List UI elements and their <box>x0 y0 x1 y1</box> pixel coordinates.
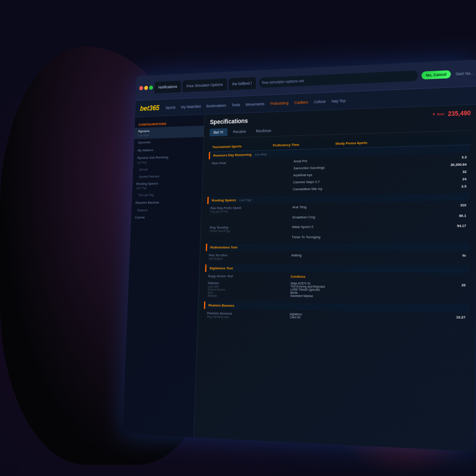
section-group-5: Eightmore Test Buyg-Amore Test Confions … <box>204 264 469 302</box>
monitor-screen: Notifications Free Simulator Options the… <box>123 60 476 451</box>
browser-tab-3[interactable]: the bidltest.l <box>228 77 256 90</box>
nav-coloce[interactable]: Coloce <box>311 97 328 106</box>
sidebar-item-routing[interactable]: Routing Spaces Lex-Tryp <box>132 179 202 192</box>
maximize-window-button[interactable] <box>149 86 153 90</box>
nav-podcasting[interactable]: Podcasting <box>268 99 291 107</box>
nav-cashers[interactable]: Cashers <box>292 98 311 106</box>
section-group-6: Reames Baomes Reames Alomess Rog Tenothl… <box>204 302 469 325</box>
tab-bet-yr[interactable]: Bet Yr <box>210 128 228 137</box>
close-window-button[interactable] <box>139 86 143 90</box>
nav-watchlist[interactable]: My Watchlist <box>178 102 203 111</box>
header-right: ▼ Beta 235,490 <box>432 109 470 118</box>
sidebar-item-reames-baomes[interactable]: Reames Baomes <box>132 198 202 207</box>
nav-movements[interactable]: Movements <box>243 100 267 109</box>
col-header-4 <box>433 138 467 144</box>
score-value: 235,490 <box>448 109 470 117</box>
sidebar-item-reames[interactable]: Reames <box>131 206 201 214</box>
sidebar-item-canine[interactable]: Canine <box>131 213 201 222</box>
table-row: Rus Ten-Boo Del Rollpor Aditing to <box>205 252 469 263</box>
sidebar-item-sub-romning[interactable]: Rymens Sub-Romning Lpf-Rng <box>133 153 203 166</box>
content-area: Specifications ▼ Beta 235,490 Bet Yr Rec… <box>194 105 476 451</box>
table-row: Manear Lpf1-000 Assive Brome And ABsitan… <box>204 280 469 302</box>
address-bar[interactable]: free-simulator-options.net <box>259 70 418 88</box>
minimize-window-button[interactable] <box>144 86 148 90</box>
nav-bookmakers[interactable]: Bookmakers <box>204 101 228 110</box>
page-title: Specifications <box>210 117 248 125</box>
browser-tab-1[interactable]: Notifications <box>154 80 181 93</box>
nav-tools[interactable]: Tools <box>229 101 243 109</box>
table-row: Rog Tenothly Wilow Sbort/Tyg Miital Spmm… <box>206 223 470 235</box>
col-header-2: Proficiency Time <box>273 141 336 148</box>
section-group-3: Rog Tenothly Wilow Sbort/Tyg Miital Spmm… <box>206 223 469 241</box>
section-group-1: Rumours Day Reasoning Lex-Abal Rain-Real… <box>208 145 470 194</box>
nav-top[interactable]: Nay Top <box>329 96 348 105</box>
section-group-2: Routing Spaces Lex-Tryp Ras Reg Profic D… <box>207 193 470 222</box>
main-content: Configurations Rymens Lex-Abal Synomes M… <box>123 105 476 451</box>
site-logo[interactable]: bet365 <box>140 104 159 112</box>
browser-tab-2[interactable]: Free Simulator Options <box>182 78 227 92</box>
nav-sports[interactable]: Sports <box>163 103 178 111</box>
beta-badge: ▼ Beta <box>432 112 444 116</box>
sidebar: Configurations Rymens Lex-Abal Synomes M… <box>123 115 205 437</box>
col-header-1: Tournament Sports <box>212 143 273 150</box>
cta-button[interactable]: No, Cancel <box>422 70 451 79</box>
section-group-4: Ruthnestens Tool Rus Ten-Boo Del Rollpor… <box>205 243 469 263</box>
section-label-5: Eightmore Test <box>205 264 469 273</box>
search-placeholder: Start Na... <box>456 71 474 76</box>
table-row: Three To Tonoiging <box>206 233 469 241</box>
tab-recalve[interactable]: Recalve <box>229 127 251 136</box>
col-header-3: Study Pooca Apoils <box>335 139 433 146</box>
section-label-4: Ruthnestens Tool <box>206 243 470 251</box>
browser-window-controls <box>139 86 153 90</box>
tab-recibose[interactable]: Recibose <box>251 126 275 135</box>
